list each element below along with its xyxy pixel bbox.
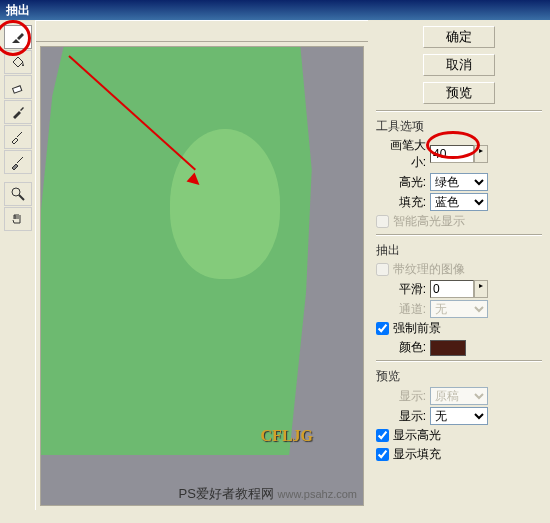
hand-tool[interactable]: [4, 207, 32, 231]
cancel-button[interactable]: 取消: [423, 54, 495, 76]
smart-highlight-label: 智能高光显示: [393, 213, 465, 230]
right-panel: 确定 取消 预览 工具选项 画笔大小: ▸ 高光: 绿色 填充: 蓝色 智能高光…: [368, 20, 550, 510]
annotation-circle-brushsize: [426, 131, 480, 159]
display-src-label: 显示:: [376, 388, 430, 405]
smooth-spinner[interactable]: ▸: [474, 280, 488, 298]
force-fg-label: 强制前景: [393, 320, 441, 337]
highlight-select[interactable]: 绿色: [430, 173, 488, 191]
fill-select[interactable]: 蓝色: [430, 193, 488, 211]
smooth-input[interactable]: [430, 280, 474, 298]
svg-point-1: [12, 188, 20, 196]
smart-highlight-checkbox: [376, 215, 389, 228]
smooth-label: 平滑:: [376, 281, 430, 298]
brush-size-label: 画笔大小:: [376, 137, 430, 171]
show-highlight-checkbox[interactable]: [376, 429, 389, 442]
ok-button[interactable]: 确定: [423, 26, 495, 48]
textured-checkbox: [376, 263, 389, 276]
fill-label: 填充:: [376, 194, 430, 211]
window-title: 抽出: [0, 0, 550, 20]
display-src-select: 原稿: [430, 387, 488, 405]
cleanup-tool[interactable]: [4, 125, 32, 149]
show-highlight-label: 显示高光: [393, 427, 441, 444]
display-label: 显示:: [376, 408, 430, 425]
color-label: 颜色:: [376, 339, 430, 356]
channel-label: 通道:: [376, 301, 430, 318]
highlight-label: 高光:: [376, 174, 430, 191]
preview-title: 预览: [376, 368, 542, 385]
show-fill-checkbox[interactable]: [376, 448, 389, 461]
svg-line-2: [19, 195, 24, 200]
preview-button[interactable]: 预览: [423, 82, 495, 104]
highlight-overlay: [41, 47, 323, 455]
preview-canvas[interactable]: CFLJG PS爱好者教程网 www.psahz.com: [40, 46, 364, 506]
display-select[interactable]: 无: [430, 407, 488, 425]
options-bar: [36, 20, 368, 42]
eyedropper-tool[interactable]: [4, 100, 32, 124]
color-swatch[interactable]: [430, 340, 466, 356]
force-fg-checkbox[interactable]: [376, 322, 389, 335]
toolbox: [0, 20, 36, 510]
zoom-tool[interactable]: [4, 182, 32, 206]
edge-touchup-tool[interactable]: [4, 150, 32, 174]
eraser-tool[interactable]: [4, 75, 32, 99]
textured-label: 带纹理的图像: [393, 261, 465, 278]
extract-title: 抽出: [376, 242, 542, 259]
svg-rect-0: [12, 86, 21, 93]
show-fill-label: 显示填充: [393, 446, 441, 463]
image-watermark: CFLJG: [261, 427, 313, 445]
page-watermark: PS爱好者教程网 www.psahz.com: [179, 485, 357, 503]
channel-select: 无: [430, 300, 488, 318]
